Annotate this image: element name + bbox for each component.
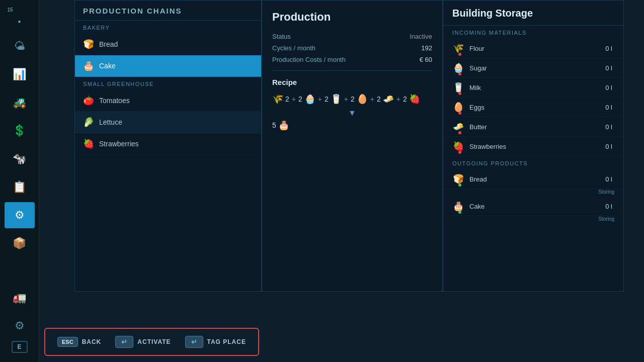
cake-out-dot [458, 211, 461, 214]
building-storage-title: Building Storage [443, 1, 623, 26]
eggs-name: Eggs [469, 104, 600, 111]
storage-milk: 🥛 Milk 0 l [443, 78, 623, 98]
list-item-strawberries[interactable]: 🍓 Strawberries [75, 133, 261, 155]
milk-name: Milk [469, 84, 600, 92]
sidebar-item-weather[interactable]: 🌤 [5, 33, 35, 59]
butter-name: Butter [469, 123, 600, 131]
production-icon: ⚙ [15, 209, 25, 222]
tagplace-key-cap: ↵ [185, 336, 203, 348]
list-item-cake[interactable]: 🎂 Cake [75, 55, 261, 77]
back-label: BACK [82, 338, 102, 345]
incoming-label: INCOMING MATERIALS [443, 26, 623, 39]
building-storage-panel: Building Storage INCOMING MATERIALS 🌾 Fl… [443, 0, 624, 292]
status-row: Status Inactive [272, 33, 432, 40]
enter-icon-activate: ↵ [121, 338, 127, 346]
tagplace-button[interactable]: ↵ TAG PLACE [180, 334, 251, 350]
bottom-bar: ESC BACK ↵ ACTIVATE ↵ TAG PLACE [0, 322, 644, 362]
bread-out-dot [458, 184, 461, 187]
recipe-output: 5 🎂 [272, 120, 432, 131]
animal-icon: 🐄 [13, 152, 26, 165]
recipe-arrow: ▼ [272, 109, 432, 118]
sidebar-item-stats[interactable]: 📊 [5, 61, 35, 87]
status-label: Status [272, 33, 291, 40]
flour-amount: 0 l [605, 45, 612, 52]
butter-icon: 🧈 [452, 121, 464, 132]
sidebar-item-animal[interactable]: 🐄 [5, 146, 35, 172]
bread-storing-label: Storing [443, 189, 623, 197]
cake-label: Cake [99, 62, 116, 70]
strawberry-recipe-icon: 🍓 [409, 94, 420, 105]
status-value: Inactive [410, 33, 432, 40]
sugar-name: Sugar [469, 64, 600, 72]
sugar-recipe-icon: 🧁 [304, 94, 315, 105]
sugar-dot [458, 72, 461, 75]
vehicle2-icon: 🚛 [13, 291, 26, 304]
storage-cake-out: 🎂 Cake 0 l [443, 197, 623, 216]
list-item-tomatoes[interactable]: 🍅 Tomatoes [75, 90, 261, 112]
strawberries-amount: 0 l [605, 143, 612, 150]
storage-flour: 🌾 Flour 0 l [443, 39, 623, 58]
activate-label: ACTIVATE [137, 338, 171, 345]
bread-label: Bread [99, 40, 118, 48]
back-button[interactable]: ESC BACK [52, 334, 106, 350]
bread-out-amount: 0 l [605, 175, 612, 183]
storage-strawberry-icon: 🍓 [452, 141, 464, 152]
strawberries-label: Strawberries [99, 140, 139, 148]
cake-out-icon: 🎂 [452, 201, 464, 212]
storage-strawberries: 🍓 Strawberries 0 l [443, 137, 623, 156]
flour-recipe-icon: 🌾 [272, 94, 283, 105]
eggs-amount: 0 l [605, 104, 612, 111]
list-item-bread[interactable]: 🍞 Bread [75, 34, 261, 55]
strawberries-icon: 🍓 [83, 138, 94, 149]
lettuce-label: Lettuce [99, 118, 122, 126]
outgoing-label: OUTGOING PRODUCTS [443, 156, 623, 169]
list-item-lettuce[interactable]: 🥬 Lettuce [75, 112, 261, 133]
bottom-buttons: ESC BACK ↵ ACTIVATE ↵ TAG PLACE [44, 328, 259, 356]
storage-bread-out: 🍞 Bread 0 l [443, 169, 623, 189]
strawberries-name: Strawberries [469, 143, 600, 150]
sugar-icon: 🧁 [452, 62, 464, 73]
flour-name: Flour [469, 45, 600, 52]
sugar-amount: 0 l [605, 64, 612, 72]
butter-recipe-icon: 🧈 [383, 94, 394, 105]
recipe-row: 🌾 2 + 2 🧁 + 2 🥛 + 2 🥚 + 2 🧈 + 2 🍓 [272, 94, 432, 105]
cycles-value: 192 [421, 44, 432, 52]
sidebar-item-storage[interactable]: 📦 [5, 230, 35, 256]
cycles-row: Cycles / month 192 [272, 44, 432, 52]
costs-row: Production Costs / month € 60 [272, 56, 432, 63]
cake-out-name: Cake [469, 203, 600, 210]
activate-key-cap: ↵ [115, 336, 133, 348]
enter-icon-tagplace: ↵ [191, 338, 197, 346]
tomatoes-label: Tomatoes [99, 97, 130, 105]
production-chains-header: Production Chains [75, 1, 261, 21]
sidebar-item-vehicle[interactable]: 🚜 [5, 89, 35, 116]
strawberries-dot [458, 151, 461, 154]
activate-button[interactable]: ↵ ACTIVATE [110, 334, 176, 350]
money-icon: 💲 [13, 124, 26, 137]
sidebar-item-vehicle2[interactable]: 🚛 [5, 285, 35, 311]
production-title: Production [272, 11, 432, 24]
sidebar-item-production[interactable]: ⚙ [5, 202, 35, 228]
production-chains-panel: Production Chains BAKERY 🍞 Bread 🎂 Cake … [74, 0, 262, 292]
tasks-icon: 📋 [13, 180, 26, 194]
butter-dot [458, 131, 461, 134]
cycles-label: Cycles / month [272, 44, 315, 52]
cake-output-icon: 🎂 [278, 120, 289, 131]
eggs-icon: 🥚 [452, 102, 464, 113]
lettuce-icon: 🥬 [83, 117, 94, 128]
milk-amount: 0 l [605, 84, 612, 92]
category-bakery: BAKERY [75, 21, 261, 34]
milk-recipe-icon: 🥛 [331, 94, 342, 105]
recipe-label: Recipe [272, 78, 432, 86]
eggs-dot [458, 112, 461, 115]
category-greenhouse: SMALL GREENHOUSE [75, 77, 261, 90]
storage-eggs: 🥚 Eggs 0 l [443, 98, 623, 117]
stats-icon: 📊 [13, 68, 26, 81]
bread-icon: 🍞 [83, 39, 94, 50]
sidebar-item-money[interactable]: 💲 [5, 118, 35, 144]
cake-out-amount: 0 l [605, 203, 612, 210]
vehicle-icon: 🚜 [13, 96, 26, 109]
bread-out-name: Bread [469, 175, 600, 183]
sidebar-item-time[interactable]: 15 ● [5, 5, 35, 31]
sidebar-item-tasks[interactable]: 📋 [5, 174, 35, 200]
